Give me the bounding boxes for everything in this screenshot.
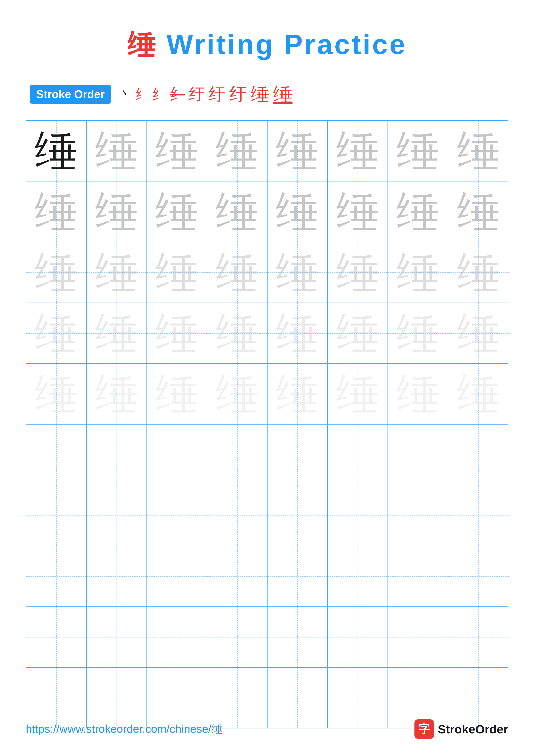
cell-2-4[interactable]: 缍 <box>207 181 267 242</box>
cell-1-7[interactable]: 缍 <box>388 121 448 181</box>
cell-3-5[interactable]: 缍 <box>267 242 328 303</box>
cell-7-7[interactable] <box>388 485 448 546</box>
cell-9-1[interactable] <box>26 607 87 667</box>
cell-5-2[interactable]: 缍 <box>87 364 147 424</box>
cell-1-8[interactable]: 缍 <box>448 121 509 181</box>
cell-6-8[interactable] <box>448 424 509 485</box>
cell-2-7[interactable]: 缍 <box>388 181 448 242</box>
cell-9-6[interactable] <box>328 607 388 667</box>
grid-row-4: 缍 缍 缍 缍 缍 缍 缍 缍 <box>26 303 508 364</box>
cell-7-2[interactable] <box>87 485 147 546</box>
cell-4-4[interactable]: 缍 <box>207 303 267 363</box>
cell-1-1[interactable]: 缍 <box>26 121 87 181</box>
cell-8-1[interactable] <box>26 546 87 607</box>
cell-2-2[interactable]: 缍 <box>87 181 147 242</box>
cell-9-7[interactable] <box>388 607 448 667</box>
stroke-7: 纡 <box>229 82 247 106</box>
cell-5-1[interactable]: 缍 <box>26 364 87 424</box>
char-light: 缍 <box>216 251 259 294</box>
cell-1-6[interactable]: 缍 <box>328 121 388 181</box>
cell-2-3[interactable]: 缍 <box>147 181 207 242</box>
cell-1-5[interactable]: 缍 <box>267 121 328 181</box>
cell-4-2[interactable]: 缍 <box>87 303 147 363</box>
cell-8-8[interactable] <box>448 546 509 607</box>
title-char: 缍 <box>127 29 157 60</box>
cell-4-6[interactable]: 缍 <box>328 303 388 363</box>
cell-10-8[interactable] <box>448 668 509 728</box>
cell-9-8[interactable] <box>448 607 509 667</box>
char-light: 缍 <box>216 190 259 233</box>
cell-10-7[interactable] <box>388 668 448 728</box>
cell-4-3[interactable]: 缍 <box>147 303 207 363</box>
char-light: 缍 <box>396 190 440 233</box>
cell-10-1[interactable] <box>26 668 87 728</box>
stroke-5: 纡 <box>189 83 205 105</box>
cell-10-2[interactable] <box>87 668 147 728</box>
char-light: 缍 <box>457 129 500 173</box>
cell-5-7[interactable]: 缍 <box>388 364 448 424</box>
cell-5-6[interactable]: 缍 <box>328 364 388 424</box>
char-light: 缍 <box>95 190 138 233</box>
cell-9-2[interactable] <box>87 607 147 667</box>
cell-3-4[interactable]: 缍 <box>207 242 267 303</box>
cell-6-6[interactable] <box>328 424 388 485</box>
grid-row-1: 缍 缍 缍 缍 缍 缍 缍 缍 <box>26 121 508 181</box>
cell-4-1[interactable]: 缍 <box>26 303 87 363</box>
cell-8-4[interactable] <box>207 546 267 607</box>
char-light: 缍 <box>336 251 379 294</box>
cell-8-6[interactable] <box>328 546 388 607</box>
cell-1-4[interactable]: 缍 <box>207 121 267 181</box>
cell-10-5[interactable] <box>267 668 328 728</box>
cell-7-5[interactable] <box>267 485 328 546</box>
cell-9-4[interactable] <box>207 607 267 667</box>
cell-8-7[interactable] <box>388 546 448 607</box>
cell-7-8[interactable] <box>448 485 509 546</box>
footer-url[interactable]: https://www.strokeorder.com/chinese/缍 <box>26 721 222 737</box>
cell-4-8[interactable]: 缍 <box>448 303 509 363</box>
cell-6-1[interactable] <box>26 424 87 485</box>
cell-2-5[interactable]: 缍 <box>267 181 328 242</box>
cell-1-3[interactable]: 缍 <box>147 121 207 181</box>
cell-6-5[interactable] <box>267 424 328 485</box>
stroke-order-badge: Stroke Order <box>30 85 111 104</box>
cell-8-3[interactable] <box>147 546 207 607</box>
cell-3-3[interactable]: 缍 <box>147 242 207 303</box>
cell-7-6[interactable] <box>328 485 388 546</box>
cell-7-3[interactable] <box>147 485 207 546</box>
stroke-8: 缍 <box>251 82 269 107</box>
cell-8-5[interactable] <box>267 546 328 607</box>
cell-10-3[interactable] <box>147 668 207 728</box>
cell-2-1[interactable]: 缍 <box>26 181 87 242</box>
cell-3-7[interactable]: 缍 <box>388 242 448 303</box>
cell-2-8[interactable]: 缍 <box>448 181 509 242</box>
cell-6-7[interactable] <box>388 424 448 485</box>
cell-4-5[interactable]: 缍 <box>267 303 328 363</box>
cell-7-1[interactable] <box>26 485 87 546</box>
cell-2-6[interactable]: 缍 <box>328 181 388 242</box>
stroke-1: 丶 <box>119 86 131 102</box>
cell-10-4[interactable] <box>207 668 267 728</box>
cell-3-8[interactable]: 缍 <box>448 242 509 303</box>
cell-5-3[interactable]: 缍 <box>147 364 207 424</box>
cell-6-3[interactable] <box>147 424 207 485</box>
char-light: 缍 <box>155 372 198 416</box>
cell-6-4[interactable] <box>207 424 267 485</box>
cell-4-7[interactable]: 缍 <box>388 303 448 363</box>
cell-3-2[interactable]: 缍 <box>87 242 147 303</box>
cell-8-2[interactable] <box>87 546 147 607</box>
cell-9-3[interactable] <box>147 607 207 667</box>
cell-5-4[interactable]: 缍 <box>207 364 267 424</box>
cell-9-5[interactable] <box>267 607 328 667</box>
char-light: 缍 <box>457 190 500 233</box>
cell-7-4[interactable] <box>207 485 267 546</box>
cell-6-2[interactable] <box>87 424 147 485</box>
char-light: 缍 <box>276 129 319 173</box>
grid-row-7 <box>26 485 508 546</box>
cell-1-2[interactable]: 缍 <box>87 121 147 181</box>
cell-3-1[interactable]: 缍 <box>26 242 87 303</box>
logo-text: StrokeOrder <box>438 722 508 736</box>
cell-3-6[interactable]: 缍 <box>328 242 388 303</box>
cell-5-8[interactable]: 缍 <box>448 364 509 424</box>
cell-10-6[interactable] <box>328 668 388 728</box>
cell-5-5[interactable]: 缍 <box>267 364 328 424</box>
